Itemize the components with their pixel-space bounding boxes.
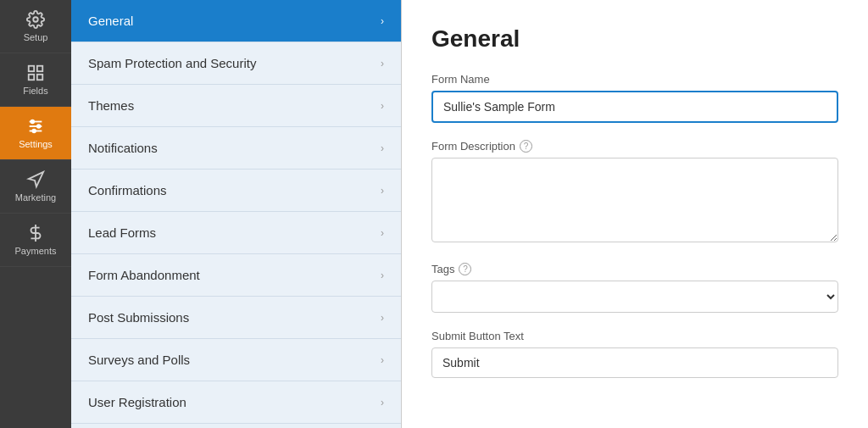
fields-icon: [26, 64, 45, 82]
chevron-right-icon: ›: [381, 142, 384, 154]
sliders-icon: [26, 117, 45, 136]
chevron-right-icon: ›: [381, 185, 384, 197]
form-name-label: Form Name: [431, 73, 838, 86]
chevron-right-icon: ›: [381, 397, 384, 409]
menu-item-notifications[interactable]: Notifications ›: [71, 127, 401, 170]
menu-item-lead-forms-label: Lead Forms: [88, 225, 156, 240]
svg-point-10: [32, 130, 36, 133]
svg-rect-2: [37, 66, 42, 71]
icon-sidebar: Setup Fields Settings Marketing: [0, 0, 71, 428]
submit-button-text-group: Submit Button Text: [431, 330, 838, 378]
menu-item-surveys-polls[interactable]: Surveys and Polls ›: [71, 339, 401, 381]
submit-button-text-label: Submit Button Text: [431, 330, 838, 342]
menu-item-spam[interactable]: Spam Protection and Security ›: [71, 42, 401, 85]
submit-button-text-input[interactable]: [431, 347, 838, 378]
menu-sidebar: General › Spam Protection and Security ›…: [71, 0, 402, 428]
form-description-textarea[interactable]: [431, 158, 838, 242]
menu-item-user-registration[interactable]: User Registration ›: [71, 381, 401, 424]
main-content: General Form Name Form Description ? Tag…: [402, 0, 868, 428]
menu-item-notifications-label: Notifications: [88, 141, 158, 155]
svg-rect-3: [29, 75, 34, 80]
sidebar-item-marketing[interactable]: Marketing: [0, 160, 71, 214]
svg-point-8: [31, 120, 35, 124]
menu-item-form-abandonment-label: Form Abandonment: [88, 268, 200, 282]
form-name-group: Form Name: [431, 73, 838, 123]
chevron-right-icon: ›: [381, 15, 384, 27]
menu-item-themes-label: Themes: [88, 98, 134, 113]
tags-select[interactable]: [431, 281, 838, 313]
menu-item-confirmations[interactable]: Confirmations ›: [71, 170, 401, 212]
form-description-label: Form Description ?: [431, 140, 838, 153]
sidebar-item-setup[interactable]: Setup: [0, 0, 71, 53]
menu-item-surveys-polls-label: Surveys and Polls: [88, 353, 190, 367]
settings-label: Settings: [19, 139, 53, 149]
menu-item-form-abandonment[interactable]: Form Abandonment ›: [71, 254, 401, 297]
dollar-icon: [26, 224, 45, 242]
chevron-right-icon: ›: [381, 354, 384, 366]
form-description-help-icon[interactable]: ?: [520, 140, 532, 153]
payments-label: Payments: [15, 246, 57, 256]
menu-item-lead-forms[interactable]: Lead Forms ›: [71, 212, 401, 254]
sidebar-item-fields[interactable]: Fields: [0, 53, 71, 107]
menu-item-themes[interactable]: Themes ›: [71, 85, 401, 127]
chevron-right-icon: ›: [381, 312, 384, 324]
chevron-right-icon: ›: [381, 227, 384, 239]
menu-item-post-submissions-label: Post Submissions: [88, 310, 189, 325]
svg-point-9: [37, 125, 41, 128]
svg-point-0: [33, 17, 38, 22]
chevron-right-icon: ›: [381, 58, 384, 69]
svg-rect-4: [37, 75, 42, 80]
gear-icon: [26, 10, 45, 29]
tags-group: Tags ?: [431, 263, 838, 313]
svg-rect-1: [29, 66, 34, 71]
setup-label: Setup: [24, 32, 48, 42]
menu-item-spam-label: Spam Protection and Security: [88, 56, 256, 70]
chevron-right-icon: ›: [381, 270, 384, 281]
chevron-right-icon: ›: [381, 100, 384, 112]
megaphone-icon: [26, 170, 45, 189]
form-description-group: Form Description ?: [431, 140, 838, 246]
menu-item-general[interactable]: General ›: [71, 0, 401, 42]
tags-help-icon[interactable]: ?: [459, 263, 471, 275]
sidebar-item-settings[interactable]: Settings: [0, 107, 71, 160]
form-name-input[interactable]: [431, 91, 838, 123]
tags-label: Tags ?: [431, 263, 838, 275]
menu-item-user-registration-label: User Registration: [88, 395, 186, 409]
menu-item-post-submissions[interactable]: Post Submissions ›: [71, 297, 401, 339]
menu-item-confirmations-label: Confirmations: [88, 183, 167, 197]
marketing-label: Marketing: [15, 192, 56, 203]
fields-label: Fields: [23, 86, 47, 96]
sidebar-item-payments[interactable]: Payments: [0, 214, 71, 267]
menu-item-general-label: General: [88, 14, 133, 28]
page-title: General: [431, 25, 838, 53]
